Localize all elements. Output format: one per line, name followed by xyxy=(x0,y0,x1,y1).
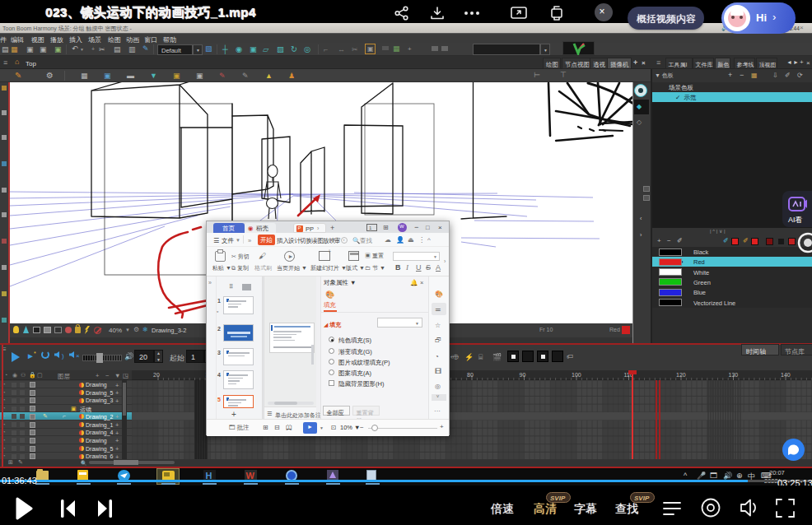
svg-text:120: 120 xyxy=(676,372,686,378)
svg-text:90: 90 xyxy=(520,372,526,378)
svg-text:140: 140 xyxy=(781,372,791,378)
svg-text:20: 20 xyxy=(153,372,160,378)
svg-text:130: 130 xyxy=(729,372,739,378)
svg-text:100: 100 xyxy=(572,372,581,378)
svg-text:80: 80 xyxy=(467,372,474,378)
